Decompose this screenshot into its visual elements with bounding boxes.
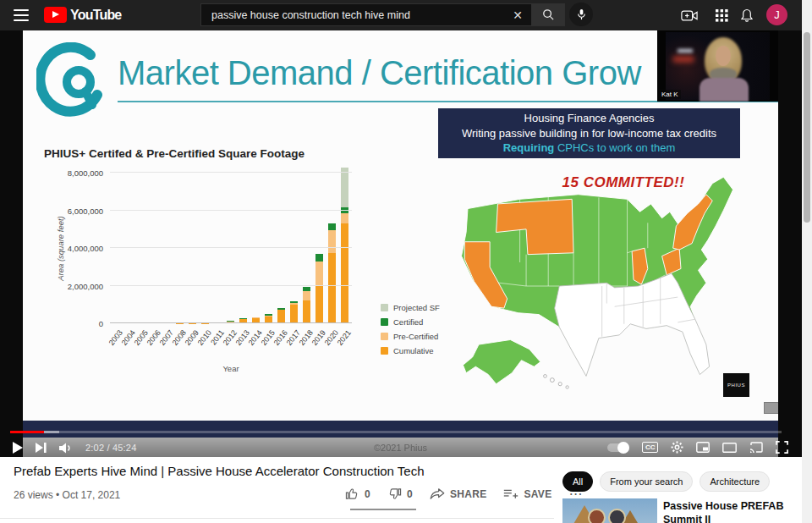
gridline [110,210,352,211]
apps-grid-icon [716,9,728,22]
legend-item: Pre-Certified [381,332,440,341]
webcam-photo [666,32,770,100]
legend-item: Cumulative [381,346,440,355]
us-states-map [444,168,776,405]
youtube-logo[interactable]: YouTube [44,7,121,23]
chart-title: PHIUS+ Certifed & Pre-Certified Square F… [44,147,304,160]
miniplayer-button[interactable] [696,442,710,453]
dislike-button[interactable]: 0 [387,487,413,501]
player-controls: 2:02 / 45:24 CC [0,433,802,457]
play-icon [12,442,23,454]
video-title: Prefab Experts Hive Mind | Passive House… [14,464,538,478]
cc-icon: CC [642,442,658,453]
volume-button[interactable] [59,443,73,454]
play-button[interactable] [12,442,23,454]
legend-swatch [381,347,388,355]
dislike-count: 0 [407,488,413,500]
y-tick-label: 6,000,000 [44,206,103,216]
map-caption: 15 COMMITTED!! [497,174,750,191]
subtitles-button[interactable]: CC [642,442,658,453]
youtube-logo-text: YouTube [70,8,121,23]
chart-x-axis-label: Year [110,364,352,373]
chip-architecture[interactable]: Architecture [700,471,770,492]
legend-swatch [381,333,388,340]
info-line-2: Writing passive building in for low-inco… [438,126,740,141]
youtube-topbar: YouTube passive house construction tech … [0,0,802,30]
bar-2017 [288,301,300,323]
apps-button[interactable] [712,7,731,24]
share-label: SHARE [450,488,487,500]
suggested-video-thumbnail[interactable] [562,498,657,523]
time-display: 2:02 / 45:24 [85,443,137,453]
next-icon [36,443,47,453]
menu-icon[interactable] [14,9,29,21]
microphone-icon [576,8,587,20]
page-scrollbar[interactable] [802,0,812,523]
save-button[interactable]: SAVE [503,487,551,500]
gridline [110,247,352,248]
bar-2018 [300,287,313,323]
state-alaska [463,339,540,383]
create-video-button[interactable] [680,7,699,24]
video-player[interactable]: Market Demand / Certification Grow PHIUS… [0,30,802,457]
playlist-add-icon [503,487,518,500]
bell-icon [740,8,754,23]
search-icon [542,8,555,21]
gridline [110,322,352,323]
like-bar [350,509,416,510]
clear-search-icon[interactable]: ✕ [504,8,531,22]
cast-button[interactable] [749,442,763,453]
search-query-text: passive house construction tech hive min… [201,9,504,21]
video-meta: 26 views • Oct 17, 2021 [14,489,120,501]
user-avatar[interactable]: J [766,4,787,25]
search-input[interactable]: passive house construction tech hive min… [200,3,531,26]
legend-item: Certified [381,317,440,327]
share-button[interactable]: SHARE [430,487,487,500]
legend-swatch [381,304,388,311]
scrollbar-thumb[interactable] [804,32,810,223]
legend-item: Projected SF [381,303,440,312]
y-tick-label: 2,000,000 [44,282,103,291]
y-tick-label: 8,000,000 [44,168,103,178]
fullscreen-button[interactable] [776,441,788,454]
gear-icon [671,441,683,454]
webcam-name-label: Kat K [659,90,681,99]
notifications-button[interactable] [738,7,756,24]
bar-2016 [275,308,288,323]
slide-title: Market Demand / Certification Grow [118,54,676,92]
filter-chips: AllFrom your searchArchitecture [562,471,770,492]
fullscreen-icon [776,441,788,454]
autoplay-toggle[interactable] [607,443,629,452]
voice-search-button[interactable] [569,3,593,26]
miniplayer-icon [696,442,710,453]
info-box: Housing Finance Agencies Writing passive… [438,108,740,158]
chip-from-your-search[interactable]: From your search [600,471,693,492]
like-button[interactable]: 0 [345,487,370,501]
bar-chart: Area (square feet) 8,000,0006,000,0004,0… [44,162,442,391]
chart-legend: Projected SFCertifiedPre-CertifiedCumula… [381,303,440,355]
video-actions: 0 0 SHARE SAVE ⋯ [345,486,583,502]
next-button[interactable] [36,443,47,453]
theater-icon [722,443,737,453]
y-tick-label: 0 [44,319,103,328]
bar-2021 [338,168,351,323]
legend-swatch [381,318,388,326]
thumbs-up-icon [345,487,359,501]
search-button[interactable] [531,3,565,26]
bar-2019 [313,254,326,323]
avatar-initial: J [774,8,780,21]
webcam-video: Kat K [657,30,778,102]
chip-all[interactable]: All [562,471,593,492]
y-tick-label: 4,000,000 [44,244,103,253]
like-count: 0 [365,488,370,500]
youtube-play-icon [44,7,67,23]
chart-plot-area [110,173,352,323]
settings-button[interactable] [671,441,683,454]
create-video-icon [681,9,698,22]
info-line-3-rest: CPHCs to work on them [554,141,675,154]
phius-spiral-logo [36,42,114,124]
cast-icon [749,442,763,453]
theater-button[interactable] [722,443,737,453]
gridline [110,285,352,286]
suggested-video-title[interactable]: Passive House PREFAB Summit II [663,500,803,523]
